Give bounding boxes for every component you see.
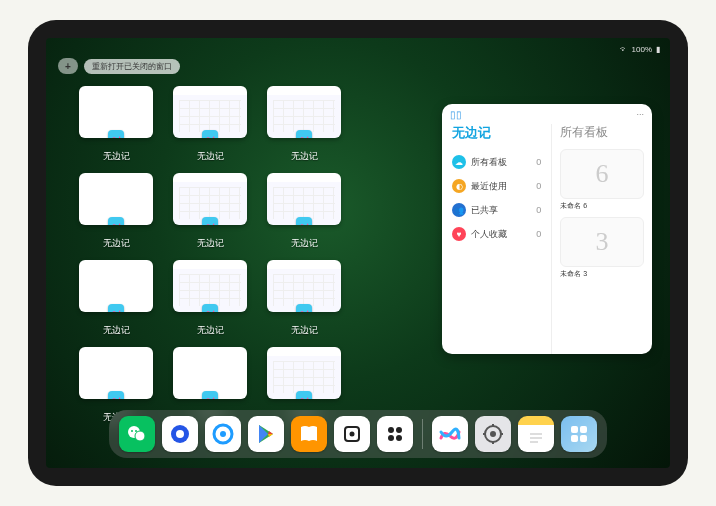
svg-point-2 [131, 430, 133, 432]
window-grid: 无边记 无边记 无边记 无边记 无边记 无边记 无边记 无边记 无边记 无边记 [76, 86, 436, 424]
freeform-icon [108, 130, 124, 138]
window-thumbnail[interactable]: 无边记 [76, 173, 156, 250]
freeform-icon [108, 391, 124, 399]
freeform-icon [202, 217, 218, 225]
sidebar-title: 无边记 [452, 124, 541, 142]
sidebar-panel: ▯▯ ··· 无边记 ☁所有看板0◐最近使用0👥已共享0♥个人收藏0 所有看板 … [442, 104, 652, 354]
sidebar-item-count: 0 [536, 229, 541, 239]
svg-point-5 [176, 430, 184, 438]
sidebar-item-heart[interactable]: ♥个人收藏0 [452, 222, 541, 246]
window-thumbnail[interactable]: 无边记 [76, 86, 156, 163]
board-card[interactable]: 6 未命名 6 [560, 149, 644, 211]
more-icon[interactable]: ··· [636, 109, 644, 119]
window-label: 无边记 [291, 237, 318, 250]
window-label: 无边记 [197, 324, 224, 337]
window-label: 无边记 [197, 237, 224, 250]
window-thumbnail[interactable]: 无边记 [170, 260, 250, 337]
freeform-icon [202, 130, 218, 138]
sidebar-item-count: 0 [536, 157, 541, 167]
freeform-icon [296, 217, 312, 225]
dock-camera-app-icon[interactable] [377, 416, 413, 452]
sidebar-item-cloud[interactable]: ☁所有看板0 [452, 150, 541, 174]
board-thumb: 3 [560, 217, 644, 267]
board-title: 未命名 6 [560, 201, 644, 211]
svg-point-11 [396, 427, 402, 433]
screen: ᯤ 100% ▮ + 重新打开已关闭的窗口 无边记 无边记 无边记 无边记 无边… [46, 38, 670, 468]
freeform-icon [296, 130, 312, 138]
sidebar-item-label: 已共享 [471, 204, 498, 217]
window-thumbnail[interactable]: 无边记 [264, 260, 344, 337]
window-label: 无边记 [103, 150, 130, 163]
dock-app-library-icon[interactable] [561, 416, 597, 452]
ipad-frame: ᯤ 100% ▮ + 重新打开已关闭的窗口 无边记 无边记 无边记 无边记 无边… [28, 20, 688, 486]
dock-playstore-icon[interactable] [248, 416, 284, 452]
window-thumbnail[interactable]: 无边记 [264, 173, 344, 250]
dock-quark-icon[interactable] [162, 416, 198, 452]
dock-freeform-icon[interactable] [432, 416, 468, 452]
sidebar-item-count: 0 [536, 205, 541, 215]
window-thumbnail[interactable]: 无边记 [264, 86, 344, 163]
dock-obsidian-icon[interactable] [334, 416, 370, 452]
svg-point-10 [388, 427, 394, 433]
cloud-icon: ☁ [452, 155, 466, 169]
battery-text: 100% [632, 45, 652, 54]
svg-rect-24 [580, 426, 587, 433]
add-window-button[interactable]: + [58, 58, 78, 74]
window-label: 无边记 [197, 150, 224, 163]
dock [109, 410, 607, 458]
sidebar-item-people[interactable]: 👥已共享0 [452, 198, 541, 222]
content-title: 所有看板 [560, 124, 644, 141]
svg-point-9 [350, 432, 355, 437]
freeform-icon [202, 391, 218, 399]
panel-content: 所有看板 6 未命名 6 3 未命名 3 [551, 124, 652, 354]
svg-rect-23 [571, 426, 578, 433]
board-title: 未命名 3 [560, 269, 644, 279]
reopen-closed-window-button[interactable]: 重新打开已关闭的窗口 [84, 59, 180, 74]
freeform-icon [108, 304, 124, 312]
freeform-icon [108, 217, 124, 225]
sidebar-item-label: 所有看板 [471, 156, 507, 169]
board-thumb: 6 [560, 149, 644, 199]
window-label: 无边记 [103, 237, 130, 250]
panel-header: ▯▯ ··· [442, 104, 652, 124]
people-icon: 👥 [452, 203, 466, 217]
board-card[interactable]: 3 未命名 3 [560, 217, 644, 279]
svg-rect-25 [571, 435, 578, 442]
window-label: 无边记 [291, 324, 318, 337]
sidebar-icon[interactable]: ▯▯ [450, 109, 462, 120]
battery-icon: ▮ [656, 45, 660, 54]
freeform-icon [202, 304, 218, 312]
sidebar-item-clock[interactable]: ◐最近使用0 [452, 174, 541, 198]
window-label: 无边记 [103, 324, 130, 337]
wifi-icon: ᯤ [620, 45, 628, 54]
svg-rect-26 [580, 435, 587, 442]
freeform-icon [296, 391, 312, 399]
clock-icon: ◐ [452, 179, 466, 193]
dock-separator [422, 419, 423, 449]
svg-point-13 [396, 435, 402, 441]
svg-point-3 [135, 430, 137, 432]
dock-settings-icon[interactable] [475, 416, 511, 452]
panel-sidebar: 无边记 ☁所有看板0◐最近使用0👥已共享0♥个人收藏0 [442, 124, 551, 354]
svg-point-12 [388, 435, 394, 441]
sidebar-item-label: 最近使用 [471, 180, 507, 193]
heart-icon: ♥ [452, 227, 466, 241]
dock-qqbrowser-icon[interactable] [205, 416, 241, 452]
svg-point-1 [135, 431, 145, 441]
status-bar: ᯤ 100% ▮ [46, 42, 670, 56]
window-label: 无边记 [291, 150, 318, 163]
svg-point-15 [490, 431, 496, 437]
dock-books-icon[interactable] [291, 416, 327, 452]
svg-point-7 [220, 431, 226, 437]
dock-notes-icon[interactable] [518, 416, 554, 452]
freeform-icon [296, 304, 312, 312]
window-thumbnail[interactable]: 无边记 [170, 173, 250, 250]
window-thumbnail[interactable]: 无边记 [170, 86, 250, 163]
sidebar-item-count: 0 [536, 181, 541, 191]
dock-wechat-icon[interactable] [119, 416, 155, 452]
top-bar: + 重新打开已关闭的窗口 [58, 58, 180, 74]
window-thumbnail[interactable]: 无边记 [76, 260, 156, 337]
sidebar-item-label: 个人收藏 [471, 228, 507, 241]
